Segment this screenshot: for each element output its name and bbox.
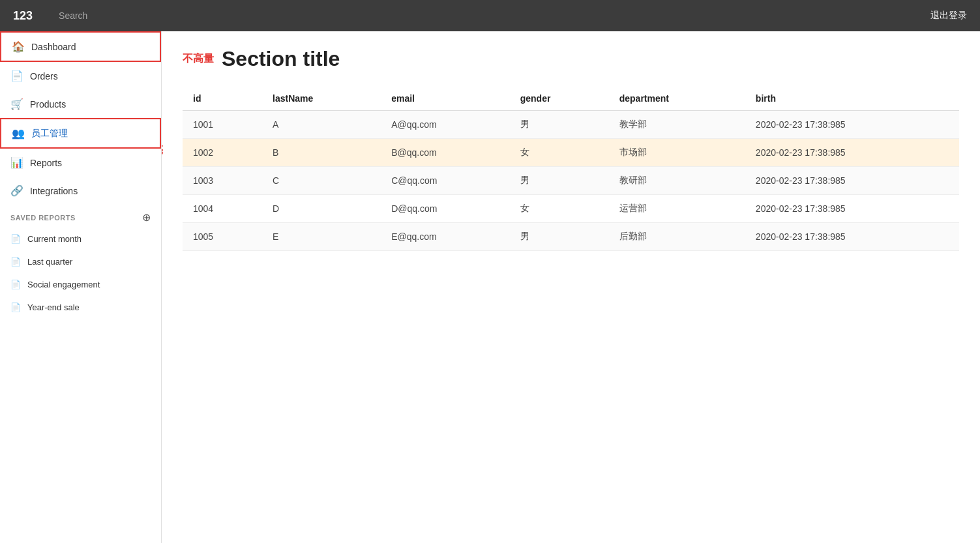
- cell-lastName: E: [262, 223, 381, 251]
- topbar: 123 退出登录: [0, 0, 980, 31]
- cell-gender: 男: [510, 223, 609, 251]
- logout-button[interactable]: 退出登录: [930, 10, 967, 22]
- cell-id: 1004: [183, 195, 262, 223]
- cell-lastName: C: [262, 167, 381, 195]
- page-label: 不高量: [183, 52, 214, 66]
- cell-id: 1005: [183, 223, 262, 251]
- cell-email: D@qq.com: [381, 195, 510, 223]
- cell-lastName: B: [262, 139, 381, 167]
- highlight-label: 高亮: [162, 144, 163, 156]
- cell-birth: 2020-02-23 17:38:985: [745, 195, 959, 223]
- saved-report-label: Current month: [27, 234, 82, 244]
- sidebar-item-label: 员工管理: [31, 128, 68, 139]
- integrations-icon: 🔗: [10, 184, 23, 197]
- cell-gender: 女: [510, 195, 609, 223]
- sidebar-item-reports[interactable]: 📊 Reports: [0, 149, 161, 177]
- col-id: id: [183, 87, 262, 111]
- orders-icon: 📄: [10, 70, 23, 82]
- table-row: 1002BB@qq.com女市场部2020-02-23 17:38:985: [183, 139, 959, 167]
- reports-icon: 📊: [10, 156, 23, 169]
- sidebar-item-products[interactable]: 🛒 Products: [0, 90, 161, 118]
- cell-lastName: D: [262, 195, 381, 223]
- cell-birth: 2020-02-23 17:38:985: [745, 111, 959, 139]
- search-container[interactable]: [59, 10, 904, 22]
- add-saved-report-button[interactable]: ⊕: [142, 211, 151, 224]
- main-layout: 🏠 Dashboard 📄 Orders 🛒 Products 👥 员工管理 📊…: [0, 31, 980, 543]
- table-row: 1001AA@qq.com男教学部2020-02-23 17:38:985: [183, 111, 959, 139]
- cell-department: 后勤部: [609, 223, 745, 251]
- saved-report-year-end-sale[interactable]: 📄 Year-end sale: [0, 296, 161, 319]
- sidebar-item-label: Dashboard: [31, 42, 76, 52]
- cell-email: C@qq.com: [381, 167, 510, 195]
- col-lastname: lastName: [262, 87, 381, 111]
- cell-email: A@qq.com: [381, 111, 510, 139]
- saved-report-label: Last quarter: [27, 257, 72, 267]
- sidebar-item-label: Products: [30, 99, 66, 110]
- saved-reports-header: SAVED REPORTS ⊕: [0, 205, 161, 227]
- employee-icon: 👥: [12, 127, 25, 139]
- cell-gender: 男: [510, 167, 609, 195]
- cell-email: B@qq.com: [381, 139, 510, 167]
- data-table: id lastName email gender department birt…: [183, 87, 959, 251]
- cell-gender: 女: [510, 139, 609, 167]
- cell-gender: 男: [510, 111, 609, 139]
- sidebar-item-label: Integrations: [30, 186, 78, 196]
- page-header: 不高量 Section title: [183, 47, 959, 71]
- cell-department: 市场部: [609, 139, 745, 167]
- sidebar-item-label: Reports: [30, 158, 62, 168]
- cell-department: 教学部: [609, 111, 745, 139]
- sidebar-item-label: Orders: [30, 71, 58, 81]
- products-icon: 🛒: [10, 98, 23, 110]
- saved-reports-label: SAVED REPORTS: [10, 214, 76, 222]
- col-gender: gender: [510, 87, 609, 111]
- table-container: 高亮 id lastName email gender department b…: [183, 87, 959, 251]
- sidebar-item-integrations[interactable]: 🔗 Integrations: [0, 177, 161, 205]
- cell-birth: 2020-02-23 17:38:985: [745, 223, 959, 251]
- table-row: 1003CC@qq.com男教研部2020-02-23 17:38:985: [183, 167, 959, 195]
- saved-report-current-month[interactable]: 📄 Current month: [0, 227, 161, 250]
- saved-report-label: Social engagement: [27, 280, 100, 289]
- cell-department: 运营部: [609, 195, 745, 223]
- cell-birth: 2020-02-23 17:38:985: [745, 167, 959, 195]
- col-email: email: [381, 87, 510, 111]
- saved-report-label: Year-end sale: [27, 302, 80, 312]
- report-icon: 📄: [10, 302, 21, 312]
- sidebar-item-employee[interactable]: 👥 员工管理: [0, 118, 161, 149]
- saved-report-last-quarter[interactable]: 📄 Last quarter: [0, 250, 161, 273]
- cell-email: E@qq.com: [381, 223, 510, 251]
- table-row: 1004DD@qq.com女运营部2020-02-23 17:38:985: [183, 195, 959, 223]
- report-icon: 📄: [10, 234, 21, 244]
- cell-department: 教研部: [609, 167, 745, 195]
- cell-id: 1001: [183, 111, 262, 139]
- home-icon: 🏠: [12, 40, 25, 53]
- table-row: 1005EE@qq.com男后勤部2020-02-23 17:38:985: [183, 223, 959, 251]
- saved-report-social-engagement[interactable]: 📄 Social engagement: [0, 273, 161, 296]
- sidebar-item-orders[interactable]: 📄 Orders: [0, 62, 161, 90]
- cell-birth: 2020-02-23 17:38:985: [745, 139, 959, 167]
- sidebar: 🏠 Dashboard 📄 Orders 🛒 Products 👥 员工管理 📊…: [0, 31, 162, 543]
- app-title: 123: [13, 9, 33, 23]
- col-birth: birth: [745, 87, 959, 111]
- search-input[interactable]: [59, 10, 904, 21]
- report-icon: 📄: [10, 257, 21, 267]
- cell-id: 1002: [183, 139, 262, 167]
- sidebar-item-dashboard[interactable]: 🏠 Dashboard: [0, 31, 161, 62]
- cell-id: 1003: [183, 167, 262, 195]
- table-body: 1001AA@qq.com男教学部2020-02-23 17:38:985100…: [183, 111, 959, 251]
- main-content: 不高量 Section title 高亮 id lastName email g…: [162, 31, 980, 543]
- col-department: department: [609, 87, 745, 111]
- page-title: Section title: [222, 47, 340, 71]
- cell-lastName: A: [262, 111, 381, 139]
- table-head: id lastName email gender department birt…: [183, 87, 959, 111]
- report-icon: 📄: [10, 280, 21, 289]
